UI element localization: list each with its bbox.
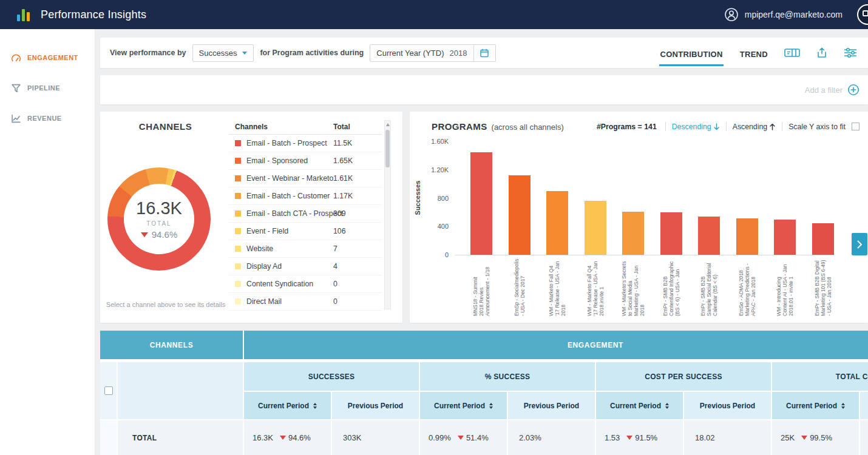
sort-icon[interactable] [489,403,493,409]
cell-value: 0.99% [429,433,451,442]
col-header-previous: Previous Period [684,392,771,419]
program-x-label: WM - Introducing Content AI - USA - Jan … [776,258,794,316]
sidebar-item-engagement[interactable]: ENGAGEMENT [0,42,95,73]
cell-value: 18.02 [695,433,715,442]
tab-contribution[interactable]: CONTRIBUTION [659,40,723,66]
channel-name: Content Syndication [246,280,313,288]
channels-list-header: Channels Total [229,119,382,135]
program-bar[interactable] [774,220,796,255]
program-bar[interactable] [698,217,720,255]
settings-sliders-icon[interactable] [844,47,857,59]
donut-delta: 94.6% [141,229,178,240]
sidebar-item-revenue[interactable]: REVENUE [0,103,95,133]
total-col-header: Total [333,123,350,131]
delta-badge: 94.6% [280,433,311,442]
channel-row[interactable]: Email - Sponsored1.65K [229,152,382,170]
arrow-down-icon [713,123,720,130]
group-header-cost-per-success: COST PER SUCCESS [596,362,771,391]
total-totalcost-current-cell: 25K 99.5% [772,420,859,455]
col-header-current[interactable]: Current Period [772,392,859,419]
channel-color-swatch [235,175,241,181]
col-header-current[interactable]: Current Period [596,392,683,419]
col-header-current[interactable]: Current Period [244,392,331,419]
col-header-previous: Previous Period [332,392,419,419]
scorecard-view-icon[interactable] [784,47,800,59]
sidebar-item-pipeline[interactable]: PIPELINE [0,73,95,103]
view-by-select[interactable]: Successes [192,44,254,62]
delta-badge: 99.5% [801,433,832,442]
scrollbar-thumb[interactable] [385,130,390,167]
sidebar-item-label: PIPELINE [27,84,60,92]
program-bar[interactable] [812,223,834,255]
channel-row[interactable]: Website7 [229,240,382,258]
channel-name: Website [246,244,273,253]
add-filter-plus-icon[interactable] [847,84,860,96]
channel-total: 106 [333,227,346,235]
channel-row[interactable]: Event - Field106 [229,223,382,240]
program-bar[interactable] [470,152,492,255]
chevron-down-icon [242,52,247,55]
col-header-current[interactable]: Current Period [420,392,507,419]
donut-total-label: TOTAL [146,220,171,227]
program-bar[interactable] [585,201,606,255]
programs-bar-chart [455,142,835,255]
program-bar[interactable] [736,218,758,255]
channel-name: Event - Webinar - Marketo [246,174,333,183]
channel-total: 1.61K [333,174,353,183]
program-x-label: WM - Marketo Fall Q4 '17 Release - USA -… [548,258,566,316]
channel-row[interactable]: Direct Mail0 [229,293,382,311]
channel-color-swatch [235,228,241,234]
total-pct-success-current-cell: 0.99% 51.4% [420,420,507,455]
period-value: Current Year (YTD) [376,49,444,58]
sort-icon[interactable] [313,403,317,409]
sort-descending-button[interactable]: Descending [672,123,720,131]
user-email[interactable]: mpiperf.qe@marketo.com [745,10,843,19]
total-successes-previous-cell: 303K [332,420,419,455]
channels-title: CHANNELS [100,121,231,132]
program-x-label: EmSo - ADMA 2018 Marketing Predictions -… [738,258,756,316]
total-pct-success-previous-cell: 2.03% [508,420,595,455]
select-all-checkbox[interactable] [104,386,113,395]
user-avatar-icon[interactable] [724,7,739,22]
channel-total: 1.65K [333,157,353,165]
scale-y-checkbox[interactable] [852,123,860,130]
program-bar[interactable] [509,175,531,255]
donut-delta-value: 94.6% [152,229,178,240]
gauge-icon [11,53,21,63]
delta-badge: 51.4% [458,433,489,442]
program-bar[interactable] [546,191,568,255]
channels-list: Channels Total Email - Batch - Prospect1… [229,119,382,311]
channels-scrollbar[interactable] [384,120,391,309]
y-tick: 400 [421,223,449,230]
channel-row[interactable]: Email - Batch - Customer1.17K [229,187,382,205]
donut-center: 16.3K TOTAL 94.6% [107,167,211,271]
down-triangle-icon [626,436,632,440]
scroll-up-icon[interactable] [385,121,390,129]
export-icon[interactable] [816,47,828,59]
channel-row[interactable]: Display Ad4 [229,258,382,275]
total-totalcost-previous-cell [860,420,868,455]
channel-name: Display Ad [246,262,282,271]
tab-trend[interactable]: TREND [739,40,768,66]
channel-row[interactable]: Email - Batch - Prospect11.5K [229,135,382,152]
sidebar-item-label: ENGAGEMENT [27,54,78,61]
period-select[interactable]: Current Year (YTD) 2018 [370,44,496,62]
channel-row[interactable]: Content Syndication0 [229,275,382,293]
down-triangle-icon [141,232,148,237]
program-bar[interactable] [622,212,644,255]
col-header-previous: Previous Period [508,392,595,419]
program-bar[interactable] [660,212,682,255]
channel-name: Email - Batch - Customer [246,192,330,200]
programs-x-labels: MNS18 - Summit 2018.Revies Announcement … [455,258,835,317]
sort-ascending-button[interactable]: Ascending [733,123,776,131]
channel-row[interactable]: Event - Webinar - Marketo1.61K [229,170,382,187]
channel-row[interactable]: Email - Batch CTA - Prospect309 [229,205,382,223]
calendar-icon[interactable] [473,44,489,62]
sort-icon[interactable] [841,403,845,409]
channel-color-swatch [235,211,241,217]
sort-icon[interactable] [665,403,669,409]
next-page-button[interactable] [852,233,867,255]
program-x-label: EmPr - SMB B2B Contentland Infographic (… [662,258,680,316]
engagement-table: CHANNELS ENGAGEMENT SUCCESSES % SUCCESS … [100,331,868,455]
feedback-icon[interactable] [857,4,868,25]
